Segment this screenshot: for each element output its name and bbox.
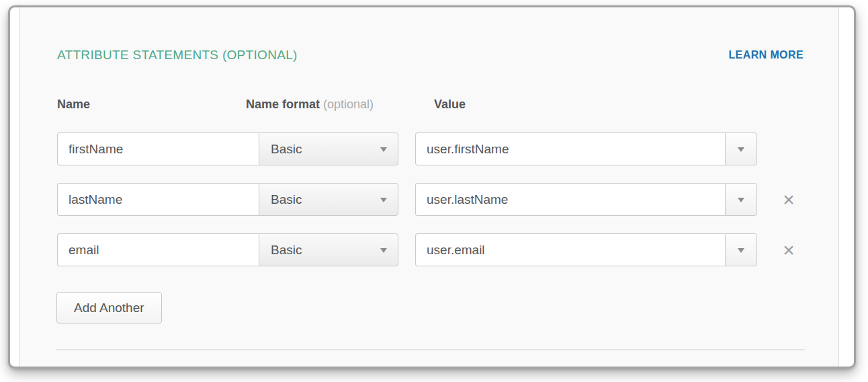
dropdown-arrow-icon — [380, 147, 387, 152]
section-title: ATTRIBUTE STATEMENTS (OPTIONAL) — [57, 48, 298, 63]
remove-row-button[interactable]: × — [777, 239, 800, 262]
dropdown-arrow-icon — [738, 248, 744, 253]
column-header-value: Value — [434, 98, 466, 112]
attribute-value-input[interactable] — [415, 132, 725, 165]
value-dropdown-button[interactable] — [725, 233, 757, 266]
attribute-row: Basic × — [19, 183, 838, 216]
settings-window: ATTRIBUTE STATEMENTS (OPTIONAL) LEARN MO… — [8, 5, 856, 369]
remove-row-button[interactable]: × — [777, 188, 800, 211]
name-format-select[interactable]: Basic — [259, 233, 398, 266]
dropdown-arrow-icon — [380, 248, 387, 253]
dropdown-arrow-icon — [738, 198, 744, 202]
add-another-button[interactable]: Add Another — [56, 292, 162, 323]
name-format-selected-value: Basic — [271, 133, 302, 165]
value-dropdown-button[interactable] — [725, 132, 757, 165]
attribute-name-input[interactable] — [57, 233, 259, 266]
section-divider — [56, 349, 805, 350]
close-icon: × — [783, 188, 795, 211]
dropdown-arrow-icon — [738, 147, 744, 152]
attribute-row: Basic × — [19, 233, 838, 266]
attribute-row: Basic — [19, 132, 838, 165]
attribute-value-input[interactable] — [415, 233, 725, 266]
name-format-selected-value: Basic — [271, 234, 302, 266]
attribute-statements-section: ATTRIBUTE STATEMENTS (OPTIONAL) LEARN MO… — [19, 7, 839, 367]
close-icon: × — [783, 239, 795, 261]
name-format-select[interactable]: Basic — [259, 132, 398, 165]
attribute-name-input[interactable] — [57, 132, 259, 165]
learn-more-link[interactable]: LEARN MORE — [728, 49, 804, 61]
dropdown-arrow-icon — [380, 198, 387, 202]
name-format-select[interactable]: Basic — [259, 183, 398, 216]
column-header-name: Name — [57, 98, 90, 112]
attribute-value-input[interactable] — [415, 183, 725, 216]
column-header-name-format: Name format (optional) — [246, 98, 374, 112]
name-format-selected-value: Basic — [271, 184, 302, 215]
column-header-optional-note: (optional) — [323, 98, 374, 111]
value-dropdown-button[interactable] — [725, 183, 757, 216]
column-header-name-format-label: Name format — [246, 98, 320, 111]
attribute-name-input[interactable] — [57, 183, 259, 216]
